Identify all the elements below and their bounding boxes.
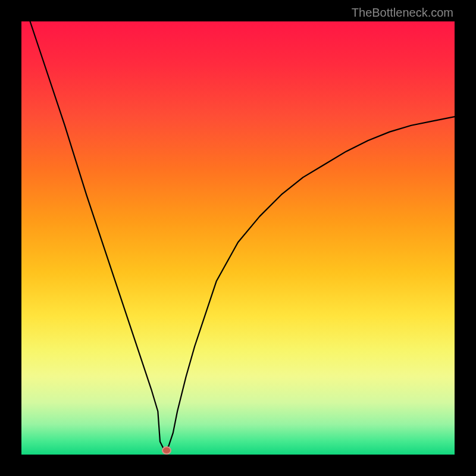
plot-area: [21, 21, 455, 455]
watermark-text: TheBottleneck.com: [352, 6, 453, 20]
bottleneck-curve: [21, 21, 455, 455]
chart-frame: TheBottleneck.com: [0, 0, 476, 476]
optimal-point-marker: [162, 446, 171, 455]
